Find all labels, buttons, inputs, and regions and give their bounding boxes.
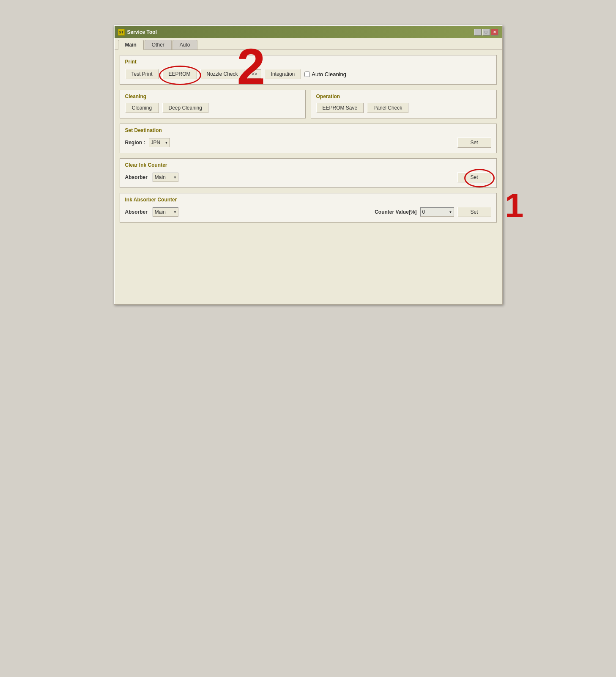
main-window: ST Service Tool _ □ ✕ Main Other Auto 2 … xyxy=(114,25,503,305)
destination-set-button[interactable]: Set xyxy=(457,138,491,148)
window-controls: _ □ ✕ xyxy=(474,29,498,36)
print-section: Print Test Print EEPROM Nozzle Check >> … xyxy=(120,55,497,85)
counter-value-group: Counter Value[%] 0 10 20 50 100 Set xyxy=(375,207,491,217)
destination-row: Region : JPN USA EUR Set xyxy=(125,138,491,148)
annotation-1: 1 xyxy=(505,186,524,225)
cleaning-section-title: Cleaning xyxy=(125,94,300,99)
app-icon: ST xyxy=(118,29,125,36)
clear-set-btn-wrapper: Set xyxy=(457,172,491,182)
print-buttons-row: Test Print EEPROM Nozzle Check >> Integr… xyxy=(125,69,491,79)
clear-ink-set-button[interactable]: Set xyxy=(457,172,491,182)
more-button[interactable]: >> xyxy=(248,69,261,79)
window-title: Service Tool xyxy=(127,29,157,35)
cleaning-section: Cleaning Cleaning Deep Cleaning xyxy=(120,90,306,118)
maximize-button[interactable]: □ xyxy=(482,29,490,36)
tab-main[interactable]: Main xyxy=(118,40,144,50)
operation-section: Operation EEPROM Save Panel Check xyxy=(311,90,497,118)
auto-cleaning-row: Auto Cleaning xyxy=(304,71,346,77)
tab-auto[interactable]: Auto xyxy=(172,40,197,50)
eeprom-button[interactable]: EEPROM xyxy=(162,69,197,79)
eeprom-save-button[interactable]: EEPROM Save xyxy=(316,103,364,113)
title-bar: ST Service Tool _ □ ✕ xyxy=(115,26,502,38)
clear-ink-counter-title: Clear Ink Counter xyxy=(125,162,491,168)
ink-absorber-counter-section: Ink Absorber Counter Absorber Main Borde… xyxy=(120,193,497,223)
operation-section-title: Operation xyxy=(316,94,491,99)
region-select[interactable]: JPN USA EUR xyxy=(149,138,170,147)
ink-absorber-set-button[interactable]: Set xyxy=(457,207,491,217)
cleaning-operation-container: Cleaning Cleaning Deep Cleaning Operatio… xyxy=(120,90,497,118)
region-label: Region : xyxy=(125,140,145,146)
nozzle-check-button[interactable]: Nozzle Check xyxy=(200,69,244,79)
clear-ink-counter-section: Clear Ink Counter Absorber Main Border S… xyxy=(120,158,497,188)
set-destination-title: Set Destination xyxy=(125,127,491,133)
operation-buttons: EEPROM Save Panel Check xyxy=(316,103,491,113)
test-print-button[interactable]: Test Print xyxy=(125,69,159,79)
region-select-wrapper: JPN USA EUR xyxy=(149,138,170,147)
clear-absorber-select[interactable]: Main Border xyxy=(153,173,178,182)
tab-other[interactable]: Other xyxy=(145,40,172,50)
cleaning-buttons: Cleaning Deep Cleaning xyxy=(125,103,300,113)
clear-absorber-select-wrapper: Main Border xyxy=(153,173,178,182)
ink-absorber-label: Absorber xyxy=(125,209,148,215)
print-section-title: Print xyxy=(125,59,491,65)
content-area: 2 Print Test Print EEPROM Nozzle Check >… xyxy=(115,50,502,304)
counter-value-select[interactable]: 0 10 20 50 100 xyxy=(420,207,454,217)
tab-bar: Main Other Auto xyxy=(115,38,502,50)
ink-absorber-select-wrapper: Main Border xyxy=(153,207,178,217)
ink-absorber-row: Absorber Main Border Counter Value[%] xyxy=(125,207,491,217)
clear-absorber-label: Absorber xyxy=(125,174,148,180)
ink-absorber-select[interactable]: Main Border xyxy=(153,207,178,217)
deep-cleaning-button[interactable]: Deep Cleaning xyxy=(162,103,208,113)
minimize-button[interactable]: _ xyxy=(474,29,482,36)
ink-absorber-counter-title: Ink Absorber Counter xyxy=(125,197,491,203)
integration-button[interactable]: Integration xyxy=(265,69,301,79)
eeprom-btn-wrapper: EEPROM xyxy=(162,69,197,79)
set-destination-section: Set Destination Region : JPN USA EUR Set xyxy=(120,124,497,153)
counter-value-label: Counter Value[%] xyxy=(375,209,416,215)
cleaning-button[interactable]: Cleaning xyxy=(125,103,159,113)
auto-cleaning-label: Auto Cleaning xyxy=(312,71,346,77)
close-button[interactable]: ✕ xyxy=(491,29,498,36)
panel-check-button[interactable]: Panel Check xyxy=(367,103,408,113)
auto-cleaning-checkbox[interactable] xyxy=(304,72,310,77)
counter-value-select-wrapper: 0 10 20 50 100 xyxy=(420,207,454,217)
clear-ink-row: Absorber Main Border Set xyxy=(125,172,491,182)
